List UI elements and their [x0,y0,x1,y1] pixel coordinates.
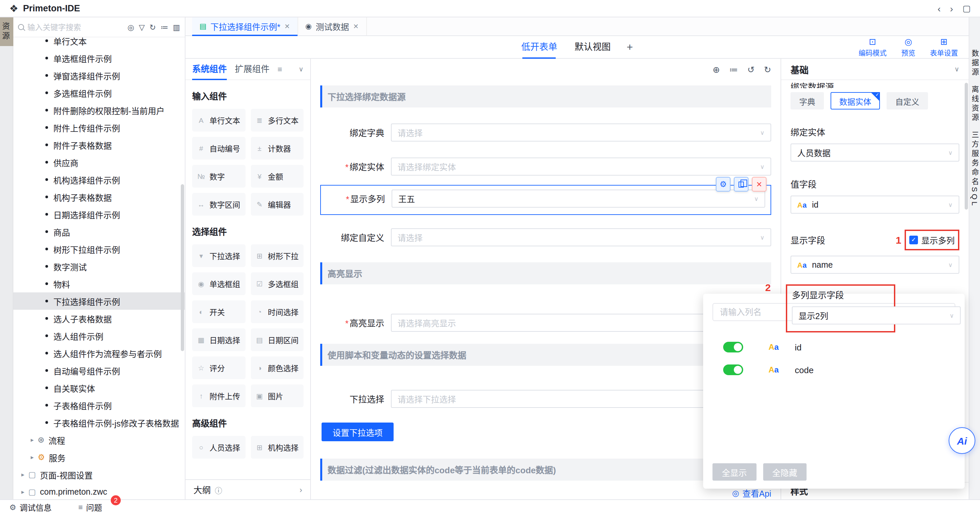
tree-item[interactable]: 弹窗选择组件示例 [13,67,185,84]
resource-search-input[interactable] [27,23,124,31]
tree-item[interactable]: 数字测试 [13,258,185,275]
multicol-select[interactable]: 王五 ∨ [391,190,765,208]
palette-component[interactable]: ≣ 多行文本 [250,109,304,131]
tree-item[interactable]: 附件上传组件示例 [13,119,185,136]
tree-item[interactable]: 单选框组件示例 [13,49,185,67]
tree-item[interactable]: 附件删除的权限控制-当前用户 [13,101,185,119]
settings-icon[interactable]: ⚙ [716,177,730,192]
palette-component[interactable]: ↔ 数字区间 [192,193,245,215]
entity-select[interactable]: 请选择绑定实体 ∨ [391,158,771,176]
locate-icon[interactable]: ◎ [127,22,134,32]
right-strip-tab[interactable]: 命名SQL [969,168,980,208]
debug-info-button[interactable]: ⚙ 调试信息 [10,501,52,512]
palette-component[interactable]: ↑ 附件上传 [192,385,245,407]
bind-entity-select[interactable]: 人员数据 ∨ [791,144,959,161]
forward-icon[interactable]: › [950,3,953,14]
sort-icon[interactable]: ≔ [161,22,168,32]
tree-item[interactable]: 树形下拉组件示例 [13,240,185,258]
redo-icon[interactable]: ↻ [764,64,771,74]
menu-icon[interactable]: ≡ [277,64,282,74]
display-field-select[interactable]: Aa name ∨ [791,255,959,274]
palette-component[interactable]: ○ 人员选择 [192,436,245,458]
tree-item[interactable]: 自动编号组件示例 [13,362,185,379]
palette-component[interactable]: ☆ 评分 [192,356,245,379]
copy-icon[interactable] [734,177,749,192]
tree-package[interactable]: ▸ ▢ com.primeton.zwc [13,483,185,499]
right-strip-tab[interactable]: 三方服务 [969,131,980,168]
sidebar-scrollbar[interactable] [181,184,184,351]
tree-node[interactable]: ▸ ⊛ 流程 [13,431,185,449]
ai-assistant-button[interactable]: Ai [949,427,975,454]
hide-all-button[interactable]: 全隐藏 [763,463,807,480]
delete-icon[interactable]: ✕ [752,177,767,192]
chevron-down-icon[interactable]: ∨ [299,65,304,73]
view-tab[interactable]: 默认视图 [575,36,611,58]
tree-item[interactable]: 供应商 [13,153,185,171]
expand-arrow-icon[interactable]: ▸ [21,471,24,478]
tree-item[interactable]: 多选框组件示例 [13,84,185,101]
palette-component[interactable]: ▾ 下拉选择 [192,244,245,267]
palette-component[interactable]: # 自动编号 [192,137,245,160]
editor-tab[interactable]: ◉ 测试数据 ✕ [298,18,367,35]
tree-item[interactable]: 选人子表格数据 [13,310,185,327]
selected-component-multicol[interactable]: ⚙ ✕ *显示多列 王五 ∨ [320,185,771,215]
back-icon[interactable]: ‹ [938,3,941,14]
palette-tab[interactable]: 扩展组件 [235,58,269,80]
panel-icon[interactable]: ▥ [173,22,180,32]
palette-component[interactable]: № 数字 [192,165,245,188]
palette-component[interactable]: ✎ 编辑器 [250,193,304,215]
expand-arrow-icon[interactable]: ▸ [31,454,34,461]
tree-item[interactable]: 选人组件作为流程参与者示例 [13,345,185,362]
palette-component[interactable]: ± 计数器 [250,137,304,160]
filter-icon[interactable]: ▽ [139,22,145,32]
tree-item[interactable]: 单行文本 [13,37,185,49]
tree-package[interactable]: ▸ ▢ 页面-视图设置 [13,466,185,483]
tree-item[interactable]: 机构子表格数据 [13,188,185,206]
set-options-button[interactable]: 设置下拉选项 [321,423,394,441]
tree-item[interactable]: 附件子表格数据 [13,136,185,153]
multi-col-checkbox[interactable]: ✓ [909,236,918,244]
tree-item[interactable]: 子表格组件示例 [13,396,185,414]
palette-component[interactable]: ¥ 金额 [250,165,304,188]
expand-arrow-icon[interactable]: ▸ [31,437,34,443]
outline-icon[interactable]: ≔ [729,64,738,74]
view-tab[interactable]: 低开表单 [521,36,557,58]
tree-item[interactable]: 自关联实体 [13,379,185,396]
custom-select[interactable]: 请选择 ∨ [391,228,771,246]
chevron-right-icon[interactable]: › [299,485,302,494]
tree-item[interactable]: 商品 [13,223,185,240]
segment-button[interactable]: 数据实体 [830,92,880,110]
close-icon[interactable]: ✕ [285,23,290,30]
palette-component[interactable]: ◔ 时间选择 [250,300,304,323]
palette-tab[interactable]: 系统组件 [192,58,227,80]
outline-bar[interactable]: 大纲 ⓘ › [185,479,310,499]
palette-component[interactable]: ◉ 单选框组 [192,272,245,295]
palette-component[interactable]: ◐ 开关 [192,300,245,323]
segment-button[interactable]: 字典 [791,92,824,110]
palette-component[interactable]: ▦ 日期选择 [192,329,245,351]
tree-item[interactable]: 选人组件示例 [13,327,185,345]
tree-item[interactable]: 日期选择组件示例 [13,206,185,223]
palette-component[interactable]: ⊞ 机构选择 [250,436,304,458]
dict-select[interactable]: 请选择 ∨ [391,123,771,142]
palette-component[interactable]: ▤ 日期区间 [250,329,304,351]
tree-item[interactable]: 子表格组件示例-js修改子表格数据 [13,414,185,431]
tree-item[interactable]: 机构选择组件示例 [13,171,185,188]
problems-button[interactable]: ≡ 问题 [78,501,102,512]
save-icon[interactable]: ▢ [963,3,970,13]
column-visibility-toggle[interactable] [723,342,743,353]
top-action-button[interactable]: ◎ 预览 [901,37,915,57]
undo-icon[interactable]: ↺ [747,64,754,74]
right-strip-tab[interactable]: 离线资源 [969,85,980,123]
close-icon[interactable]: ✕ [353,23,359,30]
inspector-header[interactable]: 基础 ∨ [781,59,969,80]
right-strip-tab[interactable]: 数据源 [969,49,980,77]
top-action-button[interactable]: ⊡ 编码模式 [859,37,886,57]
add-view-button[interactable]: + [627,41,633,53]
palette-component[interactable]: ▣ 图片 [250,385,304,407]
left-strip-tab-resources[interactable]: 资源 [0,18,13,46]
palette-component[interactable]: ☑ 多选框组 [250,272,304,295]
palette-component[interactable]: A 单行文本 [192,109,245,131]
tree-item[interactable]: 物料 [13,275,185,292]
multi-col-field-select[interactable]: 显示2列 ∨ [792,306,961,324]
